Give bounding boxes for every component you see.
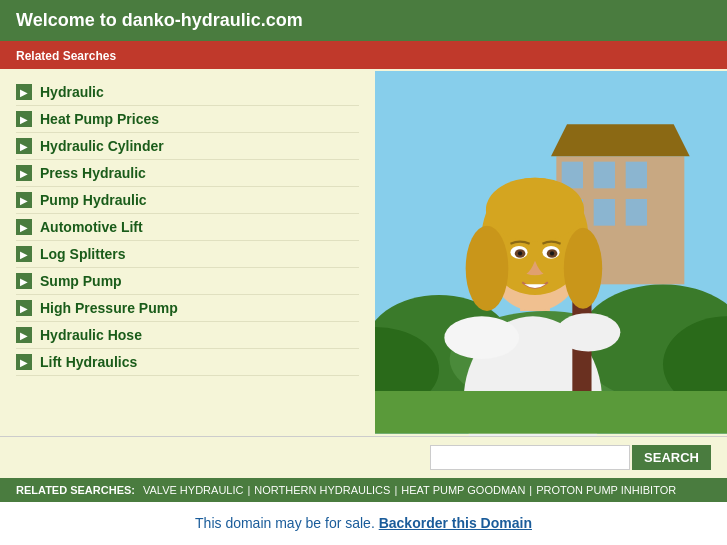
list-item: ▶Hydraulic Hose	[16, 322, 359, 349]
main-content: ▶Hydraulic▶Heat Pump Prices▶Hydraulic Cy…	[0, 69, 727, 436]
svg-rect-11	[594, 199, 615, 226]
svg-point-26	[518, 251, 522, 255]
arrow-icon: ▶	[16, 165, 32, 181]
related-bottom-link[interactable]: HEAT PUMP GOODMAN	[401, 484, 525, 496]
list-item: ▶Heat Pump Prices	[16, 106, 359, 133]
svg-point-21	[486, 178, 584, 242]
person-image	[375, 69, 727, 436]
list-item: ▶Press Hydraulic	[16, 160, 359, 187]
arrow-icon: ▶	[16, 219, 32, 235]
link-text[interactable]: Hydraulic Hose	[40, 327, 142, 343]
related-bar-label: Related Searches	[16, 49, 116, 63]
svg-point-20	[564, 228, 602, 309]
link-text[interactable]: High Pressure Pump	[40, 300, 178, 316]
svg-point-27	[550, 251, 554, 255]
list-item: ▶High Pressure Pump	[16, 295, 359, 322]
svg-marker-13	[551, 124, 690, 156]
related-bottom-link[interactable]: NORTHERN HYDRAULICS	[254, 484, 390, 496]
svg-rect-9	[626, 162, 647, 189]
arrow-icon: ▶	[16, 327, 32, 343]
page-wrapper: Welcome to danko-hydraulic.com Related S…	[0, 0, 727, 545]
link-text[interactable]: Log Splitters	[40, 246, 126, 262]
list-item: ▶Hydraulic	[16, 79, 359, 106]
link-text[interactable]: Press Hydraulic	[40, 165, 146, 181]
svg-rect-12	[626, 199, 647, 226]
footer-text: This domain may be for sale. Backorder t…	[195, 515, 532, 531]
svg-point-29	[556, 313, 620, 351]
svg-point-19	[466, 226, 509, 311]
header-title: Welcome to danko-hydraulic.com	[16, 10, 303, 30]
arrow-icon: ▶	[16, 111, 32, 127]
list-item: ▶Automotive Lift	[16, 214, 359, 241]
list-item: ▶Lift Hydraulics	[16, 349, 359, 376]
search-input[interactable]	[430, 445, 630, 470]
link-text[interactable]: Lift Hydraulics	[40, 354, 137, 370]
link-text[interactable]: Hydraulic	[40, 84, 104, 100]
link-text[interactable]: Sump Pump	[40, 273, 122, 289]
links-column: ▶Hydraulic▶Heat Pump Prices▶Hydraulic Cy…	[0, 69, 375, 436]
related-searches-bar: Related Searches	[0, 41, 727, 69]
link-text[interactable]: Hydraulic Cylinder	[40, 138, 164, 154]
related-bottom-separator: |	[529, 484, 532, 496]
arrow-icon: ▶	[16, 84, 32, 100]
related-bottom-link[interactable]: PROTON PUMP INHIBITOR	[536, 484, 676, 496]
arrow-icon: ▶	[16, 273, 32, 289]
list-item: ▶Log Splitters	[16, 241, 359, 268]
footer-backorder-link[interactable]: Backorder this Domain	[379, 515, 532, 531]
arrow-icon: ▶	[16, 138, 32, 154]
header: Welcome to danko-hydraulic.com	[0, 0, 727, 41]
related-bottom-link[interactable]: VALVE HYDRAULIC	[143, 484, 243, 496]
search-bar: SEARCH	[0, 436, 727, 478]
search-button[interactable]: SEARCH	[632, 445, 711, 470]
svg-rect-30	[375, 391, 727, 434]
svg-rect-8	[594, 162, 615, 189]
related-bottom-bar: RELATED SEARCHES: VALVE HYDRAULIC | NORT…	[0, 478, 727, 502]
list-item: ▶Hydraulic Cylinder	[16, 133, 359, 160]
related-bottom-label: RELATED SEARCHES:	[16, 484, 135, 496]
arrow-icon: ▶	[16, 192, 32, 208]
related-bottom-separator: |	[247, 484, 250, 496]
footer-domain: This domain may be for sale. Backorder t…	[0, 502, 727, 544]
footer-sale-text: This domain may be for sale.	[195, 515, 375, 531]
arrow-icon: ▶	[16, 300, 32, 316]
image-column	[375, 69, 727, 436]
list-item: ▶Pump Hydraulic	[16, 187, 359, 214]
related-bottom-separator: |	[394, 484, 397, 496]
svg-point-28	[444, 316, 519, 359]
arrow-icon: ▶	[16, 354, 32, 370]
link-text[interactable]: Heat Pump Prices	[40, 111, 159, 127]
list-item: ▶Sump Pump	[16, 268, 359, 295]
link-text[interactable]: Pump Hydraulic	[40, 192, 147, 208]
arrow-icon: ▶	[16, 246, 32, 262]
link-text[interactable]: Automotive Lift	[40, 219, 143, 235]
